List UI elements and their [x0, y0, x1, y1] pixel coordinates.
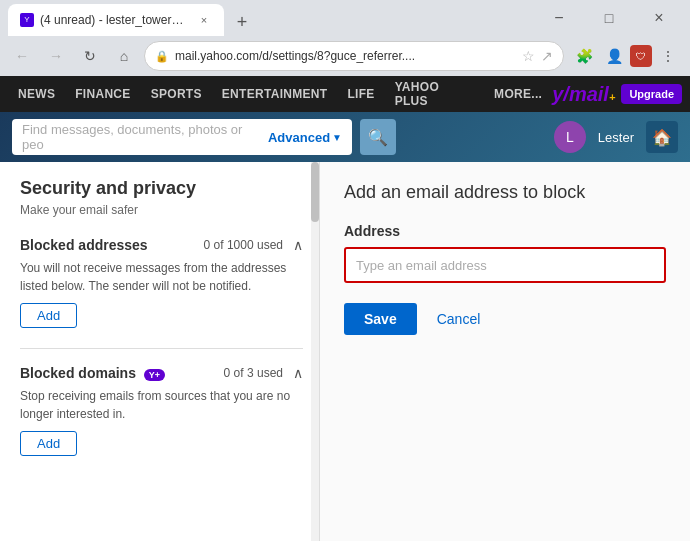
- search-submit-button[interactable]: 🔍: [360, 119, 396, 155]
- window-controls: − □ ×: [536, 4, 682, 32]
- search-placeholder-text: Find messages, documents, photos or peo: [22, 122, 262, 152]
- extension-icon-1[interactable]: 🛡: [630, 45, 652, 67]
- upgrade-button[interactable]: Upgrade: [621, 84, 682, 104]
- yahoo-navbar: NEWS FINANCE SPORTS ENTERTAINMENT LIFE Y…: [0, 76, 690, 112]
- tab-title: (4 unread) - lester_tower@yaho...: [40, 13, 190, 27]
- chevron-down-icon: ▼: [332, 132, 342, 143]
- refresh-button[interactable]: ↻: [76, 42, 104, 70]
- tab-area: Y (4 unread) - lester_tower@yaho... × +: [8, 0, 256, 36]
- action-buttons: Save Cancel: [344, 303, 666, 335]
- blocked-addresses-controls: 0 of 1000 used ∧: [204, 237, 303, 253]
- tab-favicon: Y: [20, 13, 34, 27]
- address-bar[interactable]: 🔒 mail.yahoo.com/d/settings/8?guce_refer…: [144, 41, 564, 71]
- extensions-button[interactable]: 🧩: [570, 42, 598, 70]
- search-icon: 🔍: [368, 128, 388, 147]
- address-field-label: Address: [344, 223, 666, 239]
- nav-finance[interactable]: FINANCE: [65, 76, 140, 112]
- forward-button[interactable]: →: [42, 42, 70, 70]
- user-area: L Lester 🏠: [554, 121, 678, 153]
- blocked-domains-collapse-icon[interactable]: ∧: [293, 365, 303, 381]
- yahoo-logo: y/mail+ Upgrade: [552, 83, 682, 106]
- lock-icon: 🔒: [155, 50, 169, 63]
- nav-yahoo-plus[interactable]: YAHOO PLUS: [385, 76, 484, 112]
- bookmark-star-icon[interactable]: ☆: [522, 48, 535, 64]
- blocked-domains-controls: 0 of 3 used ∧: [224, 365, 303, 381]
- left-panel: Security and privacy Make your email saf…: [0, 162, 320, 492]
- blocked-domains-header: Blocked domains Y+ 0 of 3 used ∧: [20, 365, 303, 381]
- blocked-domains-title: Blocked domains Y+: [20, 365, 165, 381]
- nav-news[interactable]: NEWS: [8, 76, 65, 112]
- blocked-domains-section: Blocked domains Y+ 0 of 3 used ∧ Stop re…: [20, 365, 303, 456]
- menu-button[interactable]: ⋮: [654, 42, 682, 70]
- blocked-addresses-usage: 0 of 1000 used: [204, 238, 283, 252]
- home-button[interactable]: ⌂: [110, 42, 138, 70]
- ymail-plus-badge: +: [609, 91, 615, 103]
- ymail-logo-text: y/mail+: [552, 83, 615, 106]
- maximize-button[interactable]: □: [586, 4, 632, 32]
- title-bar: Y (4 unread) - lester_tower@yaho... × + …: [0, 0, 690, 36]
- minimize-button[interactable]: −: [536, 4, 582, 32]
- search-box[interactable]: Find messages, documents, photos or peo …: [12, 119, 352, 155]
- blocked-addresses-description: You will not receive messages from the a…: [20, 259, 303, 295]
- cancel-button[interactable]: Cancel: [427, 303, 491, 335]
- user-name: Lester: [598, 130, 634, 145]
- blocked-addresses-add-button[interactable]: Add: [20, 303, 77, 328]
- nav-entertainment[interactable]: ENTERTAINMENT: [212, 76, 338, 112]
- browser-tab[interactable]: Y (4 unread) - lester_tower@yaho... ×: [8, 4, 224, 36]
- profile-button[interactable]: 👤: [600, 42, 628, 70]
- page-title: Security and privacy: [20, 178, 303, 199]
- url-text: mail.yahoo.com/d/settings/8?guce_referre…: [175, 49, 516, 63]
- home-icon-button[interactable]: 🏠: [646, 121, 678, 153]
- right-panel: Add an email address to block Address Sa…: [320, 162, 690, 541]
- nav-more[interactable]: MORE...: [484, 76, 552, 112]
- address-bar-row: ← → ↻ ⌂ 🔒 mail.yahoo.com/d/settings/8?gu…: [0, 36, 690, 76]
- main-content: Security and privacy Make your email saf…: [0, 162, 690, 541]
- blocked-addresses-header: Blocked addresses 0 of 1000 used ∧: [20, 237, 303, 253]
- section-divider-1: [20, 348, 303, 349]
- new-tab-button[interactable]: +: [228, 8, 256, 36]
- share-icon[interactable]: ↗: [541, 48, 553, 64]
- scrollbar-thumb[interactable]: [311, 162, 319, 222]
- blocked-addresses-title: Blocked addresses: [20, 237, 148, 253]
- browser-toolbar-icons: 🧩 👤 🛡 ⋮: [570, 42, 682, 70]
- blocked-addresses-section: Blocked addresses 0 of 1000 used ∧ You w…: [20, 237, 303, 328]
- blocked-domains-add-button[interactable]: Add: [20, 431, 77, 456]
- nav-life[interactable]: LIFE: [337, 76, 384, 112]
- scrollbar-track[interactable]: [311, 162, 319, 541]
- page-subtitle: Make your email safer: [20, 203, 303, 217]
- plus-badge: Y+: [144, 369, 165, 381]
- advanced-search-button[interactable]: Advanced ▼: [268, 130, 342, 145]
- email-address-input[interactable]: [344, 247, 666, 283]
- avatar[interactable]: L: [554, 121, 586, 153]
- tab-close-button[interactable]: ×: [196, 12, 212, 28]
- back-button[interactable]: ←: [8, 42, 36, 70]
- nav-sports[interactable]: SPORTS: [141, 76, 212, 112]
- close-button[interactable]: ×: [636, 4, 682, 32]
- blocked-addresses-collapse-icon[interactable]: ∧: [293, 237, 303, 253]
- blocked-domains-description: Stop receiving emails from sources that …: [20, 387, 303, 423]
- blocked-domains-usage: 0 of 3 used: [224, 366, 283, 380]
- left-panel-wrapper: Security and privacy Make your email saf…: [0, 162, 320, 541]
- save-button[interactable]: Save: [344, 303, 417, 335]
- right-panel-title: Add an email address to block: [344, 182, 666, 203]
- search-bar-row: Find messages, documents, photos or peo …: [0, 112, 690, 162]
